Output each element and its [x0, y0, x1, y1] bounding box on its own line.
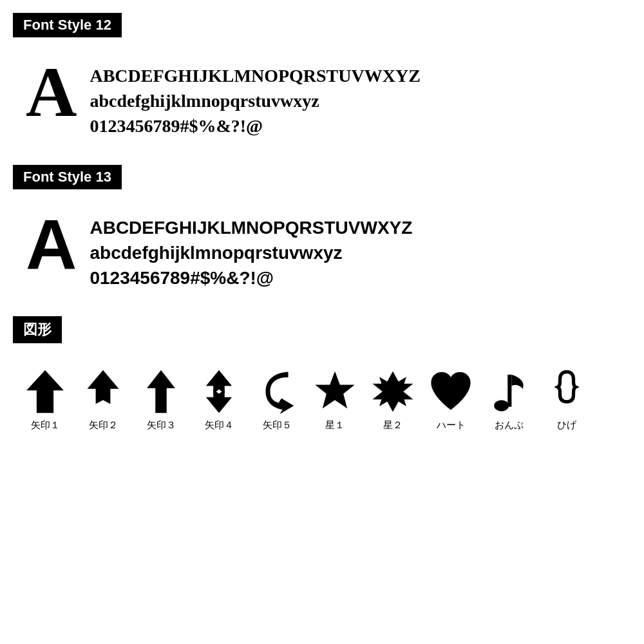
svg-rect-9: [507, 375, 511, 407]
svg-marker-4: [206, 390, 232, 413]
svg-marker-3: [206, 370, 232, 394]
arrow5-icon: [254, 369, 299, 414]
music-icon: [486, 369, 531, 414]
font-style-13-line-1: ABCDEFGHIJKLMNOPQRSTUVWXYZ: [90, 215, 412, 240]
shape-label-music: おんぷ: [495, 419, 524, 431]
font-style-13-header: Font Style 13: [13, 165, 122, 189]
font-style-12-section: Font Style 12 A ABCDEFGHIJKLMNOPQRSTUVWX…: [13, 13, 631, 146]
shapes-header: 図形: [13, 316, 62, 343]
svg-marker-2: [147, 370, 175, 413]
shapes-section: 図形 矢印１ 矢印２: [13, 316, 631, 431]
shape-item-heart: ハート: [425, 369, 477, 431]
shape-label-arrow1: 矢印１: [31, 419, 60, 431]
font-style-12-big-letter: A: [26, 57, 77, 128]
font-style-12-header: Font Style 12: [13, 13, 122, 37]
arrow2-icon: [80, 369, 126, 414]
arrow4-icon: [196, 369, 242, 414]
font-style-12-char-lines: ABCDEFGHIJKLMNOPQRSTUVWXYZ abcdefghijklm…: [90, 57, 420, 139]
font-style-12-demo: A ABCDEFGHIJKLMNOPQRSTUVWXYZ abcdefghijk…: [13, 50, 631, 146]
shape-item-moustache: ひげ: [541, 369, 592, 431]
font-style-13-char-lines: ABCDEFGHIJKLMNOPQRSTUVWXYZ abcdefghijklm…: [90, 209, 412, 291]
shapes-grid: 矢印１ 矢印２ 矢印３: [13, 356, 631, 431]
font-style-13-line-2: abcdefghijklmnopqrstuvwxyz: [90, 240, 412, 265]
shape-item-star1: 星１: [309, 369, 361, 431]
svg-marker-0: [26, 370, 64, 413]
font-style-12-line-2: abcdefghijklmnopqrstuvwxyz: [90, 88, 420, 113]
shape-item-arrow5: 矢印５: [251, 369, 303, 431]
shape-label-star1: 星１: [325, 419, 345, 431]
shape-label-heart: ハート: [437, 419, 466, 431]
font-style-13-big-letter: A: [26, 209, 77, 279]
shape-label-arrow4: 矢印４: [205, 419, 234, 431]
shape-label-arrow5: 矢印５: [263, 419, 292, 431]
moustache-icon: [544, 369, 589, 414]
heart-icon: [428, 369, 473, 414]
svg-marker-5: [315, 372, 354, 409]
shape-item-arrow3: 矢印３: [135, 369, 187, 431]
shape-label-moustache: ひげ: [557, 419, 576, 431]
shape-item-arrow1: 矢印１: [19, 369, 71, 431]
star2-icon: [370, 369, 415, 414]
shape-item-star2: 星２: [367, 369, 419, 431]
shape-label-arrow2: 矢印２: [89, 419, 118, 431]
star1-icon: [312, 369, 357, 414]
arrow1-icon: [23, 369, 68, 414]
svg-point-8: [494, 400, 509, 412]
font-style-13-demo: A ABCDEFGHIJKLMNOPQRSTUVWXYZ abcdefghijk…: [13, 202, 631, 298]
font-style-13-section: Font Style 13 A ABCDEFGHIJKLMNOPQRSTUVWX…: [13, 165, 631, 298]
font-style-13-line-3: 0123456789#$%&?!@: [90, 265, 412, 290]
font-style-12-line-1: ABCDEFGHIJKLMNOPQRSTUVWXYZ: [90, 63, 420, 88]
shape-label-arrow3: 矢印３: [147, 419, 176, 431]
arrow3-icon: [138, 369, 184, 414]
svg-marker-1: [88, 370, 119, 404]
shape-item-arrow2: 矢印２: [77, 369, 129, 431]
shape-item-arrow4: 矢印４: [193, 369, 245, 431]
shape-label-star2: 星２: [383, 419, 402, 431]
shape-item-music: おんぷ: [483, 369, 535, 431]
font-style-12-line-3: 0123456789#$%&?!@: [90, 113, 420, 138]
